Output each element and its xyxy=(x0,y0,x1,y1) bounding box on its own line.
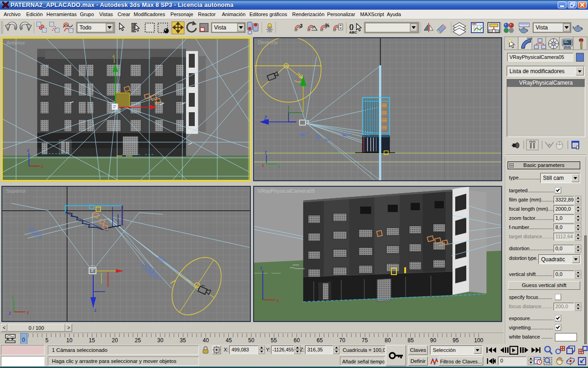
svg-text:100: 100 xyxy=(474,337,483,344)
svg-text:Todo: Todo xyxy=(79,24,91,31)
svg-text:{}: {} xyxy=(349,23,354,30)
svg-text:z: z xyxy=(94,308,96,313)
svg-text:5: 5 xyxy=(45,337,49,344)
svg-text:ABC: ABC xyxy=(349,30,357,34)
svg-text:75: 75 xyxy=(362,337,368,344)
svg-text:x: x xyxy=(277,298,279,303)
svg-text:15: 15 xyxy=(89,337,95,344)
svg-text:z: z xyxy=(265,150,267,155)
svg-text:80: 80 xyxy=(384,337,391,344)
svg-text:30: 30 xyxy=(157,337,164,344)
svg-text:y: y xyxy=(11,294,14,299)
svg-text:y: y xyxy=(26,164,28,169)
svg-text:Vista: Vista xyxy=(214,24,226,31)
svg-text:z: z xyxy=(9,310,11,316)
svg-text:40: 40 xyxy=(203,337,209,344)
svg-text:Vista: Vista xyxy=(536,24,548,31)
svg-text:60: 60 xyxy=(294,337,300,344)
svg-text:95: 95 xyxy=(452,337,459,344)
svg-text:85: 85 xyxy=(407,337,414,344)
svg-text:z: z xyxy=(260,265,262,270)
svg-text:Z: Z xyxy=(264,115,267,121)
svg-text:70: 70 xyxy=(339,337,345,344)
svg-text:y: y xyxy=(278,163,280,168)
svg-text:x: x xyxy=(27,310,29,315)
svg-text:0: 0 xyxy=(22,337,25,343)
svg-text:x: x xyxy=(41,164,43,169)
svg-text:45: 45 xyxy=(226,337,232,344)
svg-text:55: 55 xyxy=(271,337,277,344)
svg-text:50: 50 xyxy=(248,337,254,344)
svg-text:65: 65 xyxy=(317,337,323,344)
svg-text:25: 25 xyxy=(135,337,141,344)
svg-text:3: 3 xyxy=(300,23,303,29)
svg-text:20: 20 xyxy=(112,337,118,344)
svg-text:90: 90 xyxy=(430,337,436,344)
svg-text:z: z xyxy=(27,148,29,153)
svg-text:%: % xyxy=(325,23,329,28)
svg-text:10: 10 xyxy=(66,337,73,344)
svg-text:35: 35 xyxy=(180,337,186,344)
svg-text:x: x xyxy=(262,163,264,168)
